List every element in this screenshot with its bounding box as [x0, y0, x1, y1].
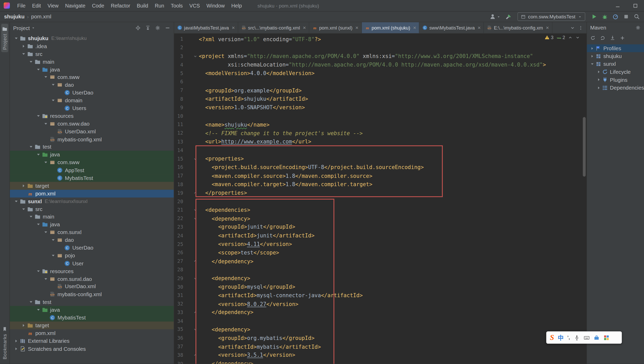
project-tree-item-shujuku[interactable]: shujukuE:\learn\shujuku — [10, 34, 174, 42]
chevron-collapsed-icon[interactable] — [13, 346, 19, 352]
project-tree-item-mybatis-config-xml[interactable]: </>mybatis-config.xml — [10, 290, 174, 298]
project-tree-item-com-sww[interactable]: com.sww — [10, 159, 174, 166]
project-tree-item-java[interactable]: java — [10, 306, 174, 314]
chevron-expanded-icon[interactable] — [35, 152, 41, 158]
chevron-expanded-icon[interactable] — [35, 66, 41, 72]
project-tree-item-apptest[interactable]: CAppTest — [10, 166, 174, 174]
close-tab-icon[interactable]: × — [546, 25, 549, 31]
menu-window[interactable]: Window — [203, 0, 228, 11]
typos-indicator[interactable]: 2 — [556, 35, 565, 40]
code-line-15[interactable]: 15 <properties> — [174, 155, 587, 163]
code-line-18[interactable]: 18 <maven.compiler.target>1.8</maven.com… — [174, 180, 587, 189]
menu-navigate[interactable]: Navigate — [62, 0, 89, 11]
project-tree-item-com-sww[interactable]: com.sww — [10, 73, 174, 81]
chevron-expanded-icon[interactable] — [589, 61, 595, 67]
tool-window-button-project[interactable]: Project — [1, 24, 8, 52]
chevron-collapsed-icon[interactable] — [589, 45, 595, 51]
code-line-25[interactable]: 25 <version>4.11</version> — [174, 240, 587, 248]
chevron-expanded-icon[interactable] — [35, 113, 41, 119]
code-line-7[interactable]: 7 <groupId>org.example</groupId> — [174, 86, 587, 95]
chevron-collapsed-icon[interactable] — [20, 183, 27, 189]
project-panel-title[interactable]: Project — [13, 25, 30, 31]
code-line-4[interactable]: 4 xsi:schemaLocation="http://maven.apach… — [174, 61, 587, 69]
code-line-22[interactable]: 22 <dependency> — [174, 214, 587, 223]
chevron-expanded-icon[interactable] — [43, 276, 49, 282]
project-tree-item-java[interactable]: java — [10, 65, 174, 73]
code-line-28[interactable]: 28 — [174, 265, 587, 274]
chevron-expanded-icon[interactable] — [13, 198, 19, 205]
project-tree-item-mybatistest[interactable]: CMybatisTest — [10, 314, 174, 322]
collapse-all-button[interactable] — [145, 25, 151, 31]
chevron-collapsed-icon[interactable] — [20, 43, 27, 49]
code-line-38[interactable]: 38 <version>3.5.1</version> — [174, 351, 587, 359]
project-tree-item-src[interactable]: src — [10, 205, 174, 213]
project-tree-item-external-libraries[interactable]: External Libraries — [10, 337, 174, 345]
add-maven-project-button[interactable] — [620, 35, 625, 41]
maximize-button[interactable] — [626, 0, 644, 11]
chevron-collapsed-icon[interactable] — [589, 53, 595, 59]
chevron-expanded-icon[interactable] — [50, 97, 56, 104]
chevron-expanded-icon[interactable] — [35, 221, 41, 228]
project-tree-item-scratches-and-consoles[interactable]: Scratches and Consoles — [10, 345, 174, 353]
editor-scrollbar[interactable] — [583, 117, 586, 177]
menu-refactor[interactable]: Refactor — [107, 0, 133, 11]
chevron-collapsed-icon[interactable] — [20, 322, 27, 329]
minimize-button[interactable] — [609, 0, 626, 11]
editor-tab-src-mybatis-config-xml[interactable]: </>src\...\mybatis-config.xml× — [238, 22, 309, 33]
project-tree-item-pojo[interactable]: pojo — [10, 252, 174, 259]
maven-tree-item-shujuku[interactable]: shujuku — [587, 52, 644, 60]
project-tree-item-target[interactable]: target — [10, 182, 174, 190]
project-tree-item-domain[interactable]: domain — [10, 97, 174, 104]
chevron-collapsed-icon[interactable] — [596, 85, 602, 91]
project-tree-item-resources[interactable]: resources — [10, 112, 174, 120]
ime-mic-button[interactable] — [574, 334, 580, 341]
code-line-26[interactable]: 26 <scope>test</scope> — [174, 248, 587, 257]
project-tree-item-target[interactable]: target — [10, 322, 174, 329]
menu-help[interactable]: Help — [228, 0, 245, 11]
chevron-collapsed-icon[interactable] — [13, 338, 19, 344]
code-line-29[interactable]: 29 <dependency> — [174, 274, 587, 282]
project-tree-item-sunxl[interactable]: sunxlE:\learn\sunxl\sunxl — [10, 197, 174, 205]
project-tree-item-com-sww-dao[interactable]: com.sww.dao — [10, 120, 174, 128]
tool-window-button-structure[interactable]: Structure — [1, 363, 8, 364]
chevron-collapsed-icon[interactable] — [596, 69, 602, 75]
code-line-34[interactable]: 34 — [174, 317, 587, 325]
close-tab-icon[interactable]: × — [355, 25, 358, 31]
project-tree-item-src[interactable]: src — [10, 50, 174, 58]
project-tree-item-resources[interactable]: resources — [10, 267, 174, 275]
code-line-27[interactable]: 27 </dependency> — [174, 257, 587, 265]
fold-expanded-icon[interactable] — [193, 216, 197, 221]
code-editor[interactable]: 1<?xml version="1.0" encoding="UTF-8"?>2… — [174, 34, 587, 364]
reload-maven-button[interactable] — [590, 35, 596, 41]
code-line-20[interactable]: 20 — [174, 197, 587, 206]
project-tree-item-com-sunxl-dao[interactable]: com.sunxl.dao — [10, 275, 174, 283]
ime-keyboard-button[interactable] — [583, 334, 590, 341]
profiler-button[interactable] — [612, 13, 619, 20]
fold-expanded-icon[interactable] — [193, 208, 197, 212]
project-tree-item-userdao-xml[interactable]: </>UserDao.xml — [10, 128, 174, 135]
menu-tools[interactable]: Tools — [168, 0, 186, 11]
download-sources-button[interactable] — [610, 35, 615, 41]
run-config-select[interactable]: com.sww.MybatisTest — [517, 12, 585, 21]
chevron-expanded-icon[interactable] — [20, 206, 27, 212]
editor-tab-e-mybatis-config-xm[interactable]: </>E:\...\mybatis-config.xm× — [484, 22, 552, 33]
code-line-31[interactable]: 31 <artifactId>mysql-connector-java</art… — [174, 291, 587, 300]
editor-tab-sww-mybatistest-java[interactable]: Csww\MybatisTest.java× — [419, 22, 484, 33]
chevron-expanded-icon[interactable] — [43, 229, 49, 235]
project-tree-item-main[interactable]: main — [10, 58, 174, 65]
more-options-icon[interactable] — [578, 25, 583, 30]
project-tree-item-test[interactable]: test — [10, 143, 174, 151]
debug-button[interactable] — [602, 13, 608, 20]
menu-vcs[interactable]: VCS — [186, 0, 203, 11]
chevron-expanded-icon[interactable] — [43, 121, 49, 127]
fold-end-icon[interactable] — [193, 353, 197, 357]
code-line-35[interactable]: 35 <dependency> — [174, 325, 587, 334]
code-line-8[interactable]: 8 <artifactId>shujuku</artifactId> — [174, 95, 587, 103]
fold-end-icon[interactable] — [193, 259, 197, 263]
ime-sogou-logo-button[interactable]: S — [550, 333, 554, 342]
code-line-14[interactable]: 14 — [174, 146, 587, 155]
code-line-6[interactable]: 6 — [174, 78, 587, 86]
chevron-expanded-icon[interactable] — [28, 59, 34, 65]
editor-tab-java-mybatistest-java[interactable]: Cjava\MybatisTest.java× — [174, 22, 238, 33]
maven-tree-item-dependencies[interactable]: Dependencies — [587, 84, 644, 91]
